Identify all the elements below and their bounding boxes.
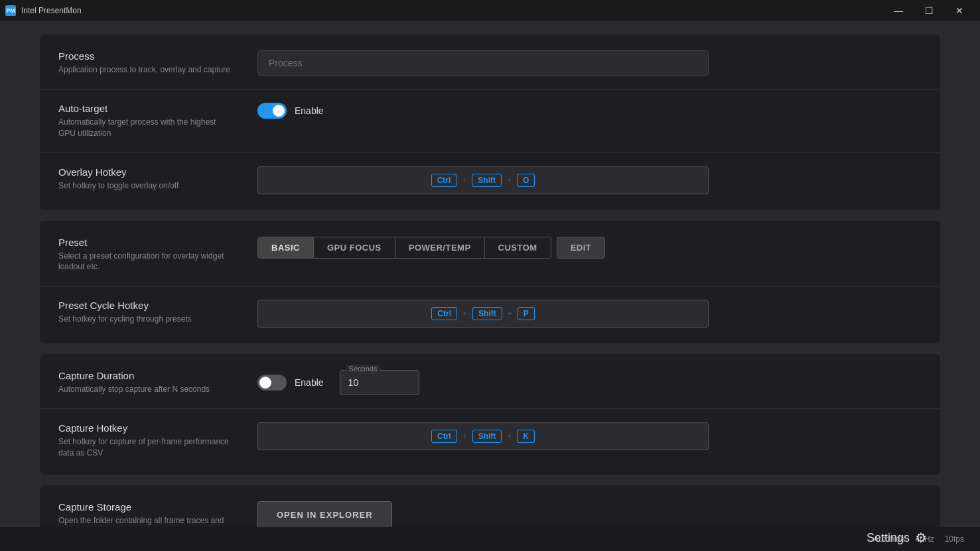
capture-duration-controls: Enable Seconds <box>257 370 419 395</box>
capture-storage-control: OPEN IN EXPLORER <box>257 501 922 527</box>
bottom-bar: Autohide 40Hz 10fps Settings ⚙ <box>0 527 980 551</box>
overlay-hotkey-label: Overlay Hotkey Set hotkey to toggle over… <box>58 166 257 192</box>
sep2: + <box>507 176 512 185</box>
capture-hotkey-row: Capture Hotkey Set hotkey for capture of… <box>58 422 922 459</box>
auto-target-title: Auto-target <box>58 103 257 114</box>
overlay-key-o: O <box>517 174 535 187</box>
auto-target-toggle-label: Enable <box>295 105 324 116</box>
capture-hotkey-label: Capture Hotkey Set hotkey for capture of… <box>58 422 257 459</box>
process-input[interactable] <box>257 50 709 76</box>
auto-target-row: Auto-target Automatically target process… <box>58 103 922 139</box>
preset-powertemp-button[interactable]: POWER/TEMP <box>395 237 485 258</box>
auto-target-track <box>257 103 287 119</box>
process-row: Process Application process to track, ov… <box>58 50 922 76</box>
preset-cycle-hotkey-row: Preset Cycle Hotkey Set hotkey for cycli… <box>58 300 922 328</box>
capture-key-ctrl: Ctrl <box>431 430 457 443</box>
capture-storage-desc: Open the folder containing all frame tra… <box>58 515 231 527</box>
overlay-hotkey-box[interactable]: Ctrl + Shift + O <box>257 166 709 194</box>
preset-cycle-control: Ctrl + Shift + P <box>257 300 922 328</box>
preset-basic-button[interactable]: BASIC <box>258 237 314 258</box>
capture-storage-row: Capture Storage Open the folder containi… <box>58 501 922 527</box>
preset-cycle-desc: Set hotkey for cycling through presets <box>58 314 231 325</box>
preset-cycle-hotkey-box[interactable]: Ctrl + Shift + P <box>257 300 709 328</box>
preset-group: BASIC GPU FOCUS POWER/TEMP CUSTOM <box>257 237 551 259</box>
sep1: + <box>462 176 466 185</box>
capture-duration-title: Capture Duration <box>58 370 257 381</box>
preset-container: BASIC GPU FOCUS POWER/TEMP CUSTOM EDIT <box>257 237 605 259</box>
close-button[interactable]: ✕ <box>944 0 975 21</box>
preset-title: Preset <box>58 237 257 248</box>
main-container: Process Application process to track, ov… <box>0 21 980 551</box>
preset-gpufocus-button[interactable]: GPU FOCUS <box>314 237 395 258</box>
titlebar-controls: — ☐ ✕ <box>883 0 975 21</box>
capture-hotkey-control: Ctrl + Shift + K <box>257 422 922 450</box>
maximize-button[interactable]: ☐ <box>914 0 944 21</box>
process-desc: Application process to track, overlay an… <box>58 64 231 76</box>
capture-storage-section: Capture Storage Open the folder containi… <box>40 485 940 527</box>
capture-toggle-label: Enable <box>295 377 324 388</box>
seconds-input[interactable] <box>340 370 419 395</box>
capture-duration-desc: Automatically stop capture after N secon… <box>58 384 231 395</box>
open-in-explorer-button[interactable]: OPEN IN EXPLORER <box>257 501 392 527</box>
sep4: + <box>508 309 512 318</box>
capture-storage-title: Capture Storage <box>58 501 257 513</box>
app-icon: PM <box>5 5 16 16</box>
auto-target-toggle-container: Enable <box>257 103 324 119</box>
preset-cycle-title: Preset Cycle Hotkey <box>58 300 257 311</box>
minimize-button[interactable]: — <box>883 0 914 21</box>
auto-target-control: Enable <box>257 103 922 119</box>
sep6: + <box>507 432 512 441</box>
gear-icon: ⚙ <box>915 530 927 546</box>
capture-duration-label: Capture Duration Automatically stop capt… <box>58 370 257 395</box>
seconds-field: Seconds <box>340 370 419 395</box>
preset-label: Preset Select a preset configuration for… <box>58 237 257 273</box>
process-section: Process Application process to track, ov… <box>40 34 940 210</box>
capture-duration-control: Enable Seconds <box>257 370 922 395</box>
divider-3 <box>40 286 940 286</box>
capture-track <box>257 375 287 391</box>
auto-target-desc: Automatically target process with the hi… <box>58 117 231 139</box>
overlay-key-ctrl: Ctrl <box>431 174 457 187</box>
preset-control: BASIC GPU FOCUS POWER/TEMP CUSTOM EDIT <box>257 237 922 259</box>
auto-target-label: Auto-target Automatically target process… <box>58 103 257 139</box>
capture-hotkey-title: Capture Hotkey <box>58 422 257 434</box>
sep3: + <box>462 309 467 318</box>
titlebar: PM Intel PresentMon — ☐ ✕ <box>0 0 980 21</box>
capture-duration-row: Capture Duration Automatically stop capt… <box>58 370 922 395</box>
capture-toggle-container: Enable <box>257 375 324 391</box>
app-title: Intel PresentMon <box>21 6 82 15</box>
overlay-hotkey-title: Overlay Hotkey <box>58 166 257 178</box>
seconds-float-label: Seconds <box>346 365 380 373</box>
overlay-key-shift: Shift <box>472 174 502 187</box>
auto-target-thumb <box>273 105 285 117</box>
capture-hotkey-desc: Set hotkey for capture of per-frame perf… <box>58 436 231 459</box>
content-area: Process Application process to track, ov… <box>0 21 980 527</box>
divider-2 <box>40 153 940 153</box>
preset-edit-button[interactable]: EDIT <box>557 237 606 259</box>
capture-key-shift: Shift <box>472 430 502 443</box>
auto-target-toggle[interactable] <box>257 103 287 119</box>
capture-storage-label: Capture Storage Open the folder containi… <box>58 501 257 527</box>
capture-toggle[interactable] <box>257 375 287 391</box>
titlebar-left: PM Intel PresentMon <box>5 5 82 16</box>
status-fps: 10fps <box>945 534 964 544</box>
capture-hotkey-box[interactable]: Ctrl + Shift + K <box>257 422 709 450</box>
divider-1 <box>40 89 940 90</box>
overlay-hotkey-row: Overlay Hotkey Set hotkey to toggle over… <box>58 166 922 194</box>
preset-desc: Select a preset configuration for overla… <box>58 251 231 273</box>
divider-4 <box>40 408 940 409</box>
overlay-hotkey-control: Ctrl + Shift + O <box>257 166 922 194</box>
process-control <box>257 50 922 76</box>
cycle-key-p: P <box>518 307 535 320</box>
preset-row: Preset Select a preset configuration for… <box>58 237 922 273</box>
process-title: Process <box>58 50 257 62</box>
capture-thumb <box>259 377 271 389</box>
overlay-hotkey-desc: Set hotkey to toggle overlay on/off <box>58 180 231 192</box>
settings-label: Settings <box>867 531 910 545</box>
preset-custom-button[interactable]: CUSTOM <box>485 237 551 258</box>
settings-button[interactable]: Settings ⚙ <box>867 530 927 546</box>
capture-key-k: K <box>517 430 535 443</box>
preset-section: Preset Select a preset configuration for… <box>40 221 940 344</box>
sep5: + <box>462 432 467 441</box>
process-label: Process Application process to track, ov… <box>58 50 257 76</box>
